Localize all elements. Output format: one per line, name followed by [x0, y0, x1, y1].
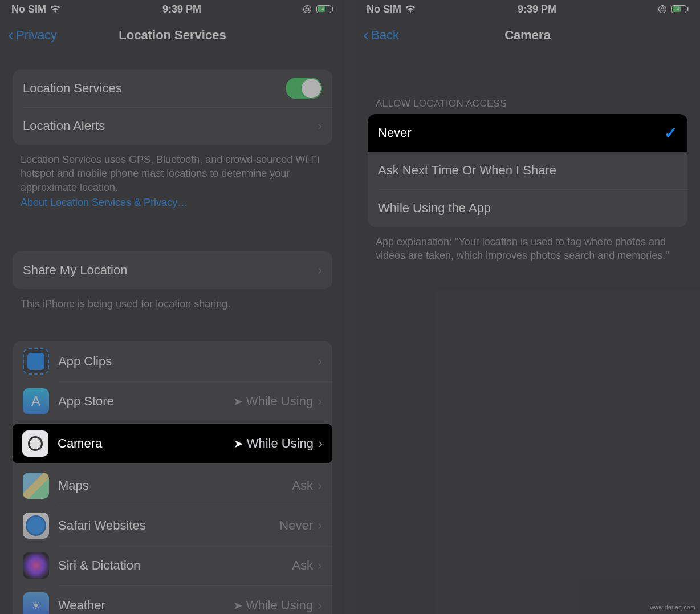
siri-icon — [23, 552, 49, 579]
location-services-toggle-row[interactable]: Location Services — [13, 70, 332, 107]
option-never[interactable]: Never✓ — [368, 114, 687, 152]
back-button[interactable]: ‹ Back — [363, 27, 399, 43]
weather-icon: ☀ — [23, 592, 49, 614]
chevron-left-icon: ‹ — [8, 26, 14, 43]
app-clips-icon — [23, 348, 49, 375]
camera-icon — [22, 430, 48, 457]
location-access-options: Never✓Ask Next Time Or When I ShareWhile… — [368, 114, 687, 227]
chevron-right-icon: › — [318, 558, 322, 574]
toggle-on-icon[interactable] — [286, 78, 322, 99]
option-label: Never — [378, 125, 664, 140]
app-label: Siri & Dictation — [58, 558, 292, 573]
about-privacy-link[interactable]: About Location Services & Privacy… — [21, 196, 324, 209]
app-permission-value: While Using — [247, 436, 314, 451]
content-scroll[interactable]: Location Services Location Alerts › Loca… — [0, 54, 345, 614]
carrier-text: No SIM — [11, 3, 46, 15]
page-title: Camera — [504, 28, 551, 43]
wifi-icon — [405, 5, 416, 13]
app-label: Maps — [58, 478, 292, 493]
app-label: Weather — [58, 598, 233, 613]
app-permission-value: Ask — [292, 478, 313, 493]
location-arrow-icon: ➤ — [233, 599, 243, 612]
page-title: Location Services — [119, 28, 226, 43]
app-row-weather[interactable]: ☀Weather➤While Using› — [13, 585, 332, 614]
row-label: Share My Location — [23, 263, 318, 278]
back-label: Back — [371, 28, 399, 43]
chevron-right-icon: › — [318, 478, 322, 494]
orientation-lock-icon — [658, 5, 667, 14]
location-arrow-icon: ➤ — [234, 437, 243, 450]
svg-rect-7 — [673, 6, 681, 12]
option-label: Ask Next Time Or When I Share — [378, 163, 677, 178]
chevron-right-icon: › — [318, 393, 322, 409]
app-row-safari[interactable]: Safari WebsitesNever› — [13, 506, 332, 546]
carrier-text: No SIM — [367, 3, 401, 15]
back-label: Privacy — [16, 28, 57, 43]
app-row-app-store[interactable]: AApp Store➤While Using› — [13, 381, 332, 421]
battery-charging-icon — [671, 5, 689, 13]
safari-icon — [23, 513, 49, 539]
checkmark-icon: ✓ — [664, 124, 677, 143]
clock-text: 9:39 PM — [518, 3, 556, 15]
allow-location-header: ALLOW LOCATION ACCESS — [376, 98, 679, 109]
app-row-maps[interactable]: MapsAsk› — [13, 466, 332, 506]
maps-icon — [23, 473, 49, 499]
share-location-footer: This iPhone is being used for location s… — [21, 297, 324, 311]
option-while-using-the-app[interactable]: While Using the App — [368, 189, 687, 227]
chevron-right-icon: › — [318, 353, 322, 369]
nav-bar: ‹ Privacy Location Services — [0, 17, 345, 54]
app-label: Safari Websites — [58, 518, 279, 533]
app-label: Camera — [58, 436, 234, 451]
svg-rect-6 — [687, 7, 689, 11]
app-row-siri[interactable]: Siri & DictationAsk› — [13, 546, 332, 585]
chevron-right-icon: › — [318, 518, 322, 534]
svg-rect-2 — [332, 7, 333, 11]
app-row-camera[interactable]: Camera➤While Using› — [13, 424, 332, 463]
share-my-location-row[interactable]: Share My Location › — [13, 251, 332, 289]
app-permission-value: While Using — [246, 598, 313, 613]
svg-rect-3 — [318, 6, 325, 12]
content-scroll[interactable]: ALLOW LOCATION ACCESS Never✓Ask Next Tim… — [355, 54, 700, 614]
status-bar: No SIM 9:39 PM — [355, 0, 700, 17]
app-permission-value: Ask — [292, 558, 313, 573]
app-label: App Store — [58, 394, 233, 409]
option-label: While Using the App — [378, 201, 677, 215]
clock-text: 9:39 PM — [162, 3, 201, 15]
orientation-lock-icon — [303, 5, 312, 14]
location-services-group: Location Services Location Alerts › — [13, 70, 332, 145]
app-label: App Clips — [58, 354, 318, 369]
phone-right: No SIM 9:39 PM ‹ Back Camera ALLOW LOCAT… — [355, 0, 700, 614]
battery-charging-icon — [316, 5, 333, 13]
app-permission-value: While Using — [246, 394, 313, 409]
chevron-left-icon: ‹ — [363, 26, 369, 43]
row-label: Location Alerts — [23, 119, 318, 133]
location-services-footer: Location Services uses GPS, Bluetooth, a… — [21, 153, 324, 209]
nav-bar: ‹ Back Camera — [355, 17, 700, 54]
chevron-right-icon: › — [318, 118, 322, 134]
wifi-icon — [50, 5, 61, 13]
location-arrow-icon: ➤ — [233, 395, 243, 408]
apps-group: App Clips›AApp Store➤While Using›Camera➤… — [13, 341, 332, 614]
location-alerts-row[interactable]: Location Alerts › — [13, 107, 332, 145]
chevron-right-icon: › — [318, 436, 323, 452]
app-store-icon: A — [23, 388, 49, 414]
app-permission-value: Never — [279, 518, 313, 533]
chevron-right-icon: › — [318, 597, 322, 613]
status-bar: No SIM 9:39 PM — [0, 0, 345, 17]
chevron-right-icon: › — [318, 262, 322, 278]
watermark-text: www.deuaq.com — [650, 604, 695, 611]
option-ask-next-time-or-when-i-share[interactable]: Ask Next Time Or When I Share — [368, 152, 687, 189]
phone-left: No SIM 9:39 PM ‹ Privacy Location Servic… — [0, 0, 345, 614]
row-label: Location Services — [23, 81, 286, 96]
app-explanation-footer: App explanation: "Your location is used … — [376, 235, 679, 263]
app-row-app-clips[interactable]: App Clips› — [13, 341, 332, 381]
back-button-privacy[interactable]: ‹ Privacy — [8, 27, 57, 43]
share-location-group: Share My Location › — [13, 251, 332, 289]
